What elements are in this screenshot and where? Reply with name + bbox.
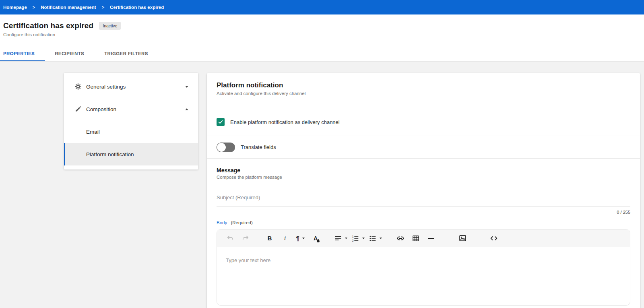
nav-item-label: Email: [86, 129, 100, 135]
bold-icon[interactable]: B: [264, 233, 275, 244]
panel-subtitle: Activate and configure this delivery cha…: [217, 91, 630, 96]
paragraph-style-icon[interactable]: ¶: [295, 233, 306, 244]
platform-notification-panel: Platform notification Activate and confi…: [207, 73, 640, 308]
panel-header: Platform notification Activate and confi…: [207, 73, 640, 108]
page-header: Certification has expired Inactive Confi…: [0, 14, 644, 47]
undo-icon[interactable]: [225, 233, 236, 244]
table-icon[interactable]: [410, 233, 421, 244]
nav-group-label: General settings: [86, 84, 126, 90]
nav-group-label: Composition: [86, 106, 116, 112]
nav-item-label: Platform notification: [86, 151, 134, 157]
nav-group-general-settings[interactable]: General settings: [64, 75, 198, 98]
page-subtitle: Configure this notification: [3, 32, 641, 37]
redo-icon[interactable]: [240, 233, 251, 244]
body-label-text: Body: [217, 220, 227, 225]
chevron-down-icon: [302, 238, 305, 239]
chevron-down-icon: [362, 238, 365, 239]
gear-icon: [74, 83, 82, 90]
nav-item-email[interactable]: Email: [64, 120, 198, 143]
image-icon[interactable]: [457, 233, 468, 244]
enable-channel-row: Enable platform notification as delivery…: [207, 108, 640, 136]
body-required-hint: (Required): [231, 220, 252, 225]
body-field-label: Body (Required): [217, 220, 630, 225]
translate-fields-toggle[interactable]: [217, 143, 235, 152]
tab-recipients[interactable]: RECIPIENTS: [52, 47, 95, 61]
chevron-up-icon: [185, 108, 188, 110]
message-subtitle: Compose the platform message: [217, 175, 630, 180]
nav-item-platform-notification[interactable]: Platform notification: [64, 143, 198, 165]
horizontal-rule-icon[interactable]: [425, 233, 437, 244]
body-editor-input[interactable]: Type your text here: [217, 247, 630, 306]
breadcrumb-separator-icon: >: [33, 5, 35, 10]
nav-group-composition[interactable]: Composition: [64, 98, 198, 120]
status-badge: Inactive: [99, 22, 121, 30]
content-area: General settings Composition Email Platf…: [0, 62, 644, 308]
font-color-icon[interactable]: A: [310, 233, 321, 244]
breadcrumb-current-page[interactable]: Certification has expired: [110, 5, 164, 10]
tab-trigger-filters[interactable]: TRIGGER FILTERS: [101, 47, 159, 61]
bullet-list-icon[interactable]: [369, 233, 382, 244]
subject-input[interactable]: Subject (Required): [217, 194, 630, 207]
italic-icon[interactable]: i: [279, 233, 291, 244]
align-icon[interactable]: [334, 233, 347, 244]
svg-text:1: 1: [352, 235, 354, 238]
translate-fields-row: Translate fields: [207, 136, 640, 159]
tab-bar: PROPERTIES RECIPIENTS TRIGGER FILTERS: [0, 47, 644, 62]
check-icon: [218, 119, 223, 125]
pencil-icon: [74, 105, 82, 113]
panel-title: Platform notification: [217, 81, 630, 89]
chevron-down-icon: [380, 238, 382, 239]
settings-nav-card: General settings Composition Email Platf…: [64, 73, 198, 170]
message-section: Message Compose the platform message Sub…: [207, 159, 640, 306]
ordered-list-icon[interactable]: 1 2: [351, 233, 365, 244]
code-view-icon[interactable]: [488, 233, 500, 244]
tab-properties[interactable]: PROPERTIES: [0, 47, 45, 61]
enable-channel-checkbox[interactable]: [217, 118, 225, 126]
message-title: Message: [217, 167, 630, 174]
subject-char-counter: 0 / 255: [217, 210, 630, 215]
toggle-knob: [217, 143, 226, 152]
rich-text-editor: B i ¶ A: [217, 229, 630, 306]
page-title: Certification has expired: [3, 21, 93, 30]
breadcrumb: Homepage > Notification management > Cer…: [0, 0, 644, 14]
chevron-down-icon: [345, 238, 347, 239]
translate-fields-label: Translate fields: [241, 144, 276, 150]
breadcrumb-homepage[interactable]: Homepage: [3, 5, 27, 10]
link-icon[interactable]: [395, 233, 406, 244]
breadcrumb-notification-management[interactable]: Notification management: [41, 5, 96, 10]
enable-channel-label: Enable platform notification as delivery…: [230, 119, 340, 125]
svg-text:2: 2: [352, 239, 354, 242]
breadcrumb-separator-icon: >: [102, 5, 104, 10]
chevron-down-icon: [185, 86, 188, 88]
editor-toolbar: B i ¶ A: [217, 229, 630, 247]
